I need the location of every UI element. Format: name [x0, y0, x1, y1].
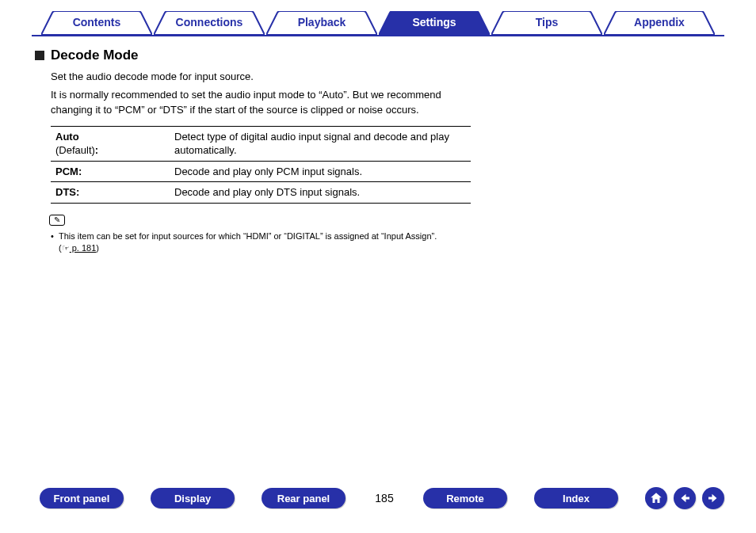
- table-row: Auto (Default): Detect type of digital a…: [51, 126, 471, 161]
- option-label: PCM:: [51, 161, 170, 182]
- tab-label: Contents: [73, 16, 121, 29]
- note-area: ✎ This item can be set for input sources…: [49, 215, 444, 255]
- note-text-after: ): [96, 243, 99, 253]
- option-label-bold: PCM:: [55, 166, 82, 177]
- pill-label: Remote: [446, 493, 484, 504]
- option-label: DTS:: [51, 182, 170, 204]
- tab-label: Connections: [176, 16, 243, 29]
- tab-label: Tips: [536, 16, 559, 29]
- top-tabs: Contents Connections Playback Settings T…: [0, 0, 756, 35]
- heading-bullet-icon: [35, 51, 44, 60]
- option-label-colon: :: [95, 144, 98, 156]
- pointer-icon: ☞: [62, 243, 70, 253]
- option-label-bold: Auto: [55, 131, 79, 143]
- bottom-bar: Front panel Display Rear panel 185 Remot…: [0, 487, 756, 509]
- forward-button[interactable]: [702, 487, 724, 509]
- remote-button[interactable]: Remote: [423, 488, 507, 508]
- tab-settings[interactable]: Settings: [379, 11, 490, 35]
- section-description: It is normally recommended to set the au…: [35, 88, 444, 118]
- option-description: Decode and play only PCM input signals.: [170, 161, 471, 182]
- arrow-right-icon: [706, 491, 720, 505]
- option-label: Auto (Default):: [51, 126, 170, 161]
- tab-contents[interactable]: Contents: [41, 11, 152, 35]
- main-content: Decode Mode Set the audio decode mode fo…: [0, 36, 475, 255]
- page-link[interactable]: p. 181: [70, 243, 97, 253]
- note-list: This item can be set for input sources f…: [49, 230, 444, 255]
- tab-tips[interactable]: Tips: [491, 11, 602, 35]
- table-row: DTS: Decode and play only DTS input sign…: [51, 182, 471, 204]
- back-button[interactable]: [674, 487, 696, 509]
- options-table: Auto (Default): Detect type of digital a…: [51, 126, 471, 204]
- tab-label: Settings: [412, 16, 456, 29]
- pill-label: Display: [174, 493, 211, 504]
- home-icon: [649, 491, 663, 505]
- option-label-bold: DTS:: [55, 186, 79, 198]
- front-panel-button[interactable]: Front panel: [40, 488, 124, 508]
- pill-label: Index: [563, 493, 590, 504]
- tab-playback[interactable]: Playback: [266, 11, 377, 35]
- note-item: This item can be set for input sources f…: [51, 230, 444, 255]
- note-text: This item can be set for input sources f…: [59, 231, 437, 253]
- tab-connections[interactable]: Connections: [154, 11, 265, 35]
- pill-label: Rear panel: [277, 493, 330, 504]
- page-number: 185: [372, 492, 396, 504]
- tab-label: Appendix: [634, 16, 685, 29]
- tab-label: Playback: [298, 16, 346, 29]
- home-button[interactable]: [645, 487, 667, 509]
- section-title: Decode Mode: [51, 48, 139, 63]
- rear-panel-button[interactable]: Rear panel: [262, 488, 346, 508]
- pencil-icon: ✎: [54, 215, 60, 224]
- section-intro: Set the audio decode mode for input sour…: [35, 70, 444, 85]
- index-button[interactable]: Index: [534, 488, 618, 508]
- pill-label: Front panel: [54, 493, 110, 504]
- note-icon-box: ✎: [49, 215, 65, 226]
- option-label-light: (Default): [55, 144, 95, 156]
- table-row: PCM: Decode and play only PCM input sign…: [51, 161, 471, 182]
- section-heading: Decode Mode: [35, 48, 444, 63]
- option-description: Detect type of digital audio input signa…: [170, 126, 471, 161]
- option-description: Decode and play only DTS input signals.: [170, 182, 471, 204]
- tab-appendix[interactable]: Appendix: [604, 11, 715, 35]
- arrow-left-icon: [678, 491, 692, 505]
- display-button[interactable]: Display: [151, 488, 235, 508]
- nav-icons: [645, 487, 724, 509]
